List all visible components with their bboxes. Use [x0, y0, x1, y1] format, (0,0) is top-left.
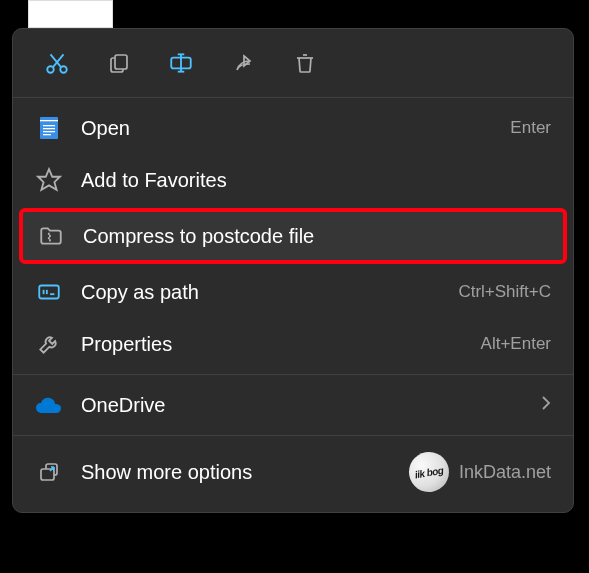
compress-menu-item[interactable]: Compress to postcode file [19, 208, 567, 264]
cut-button[interactable] [41, 47, 73, 79]
onedrive-menu-item[interactable]: OneDrive [13, 379, 573, 431]
cut-icon [44, 50, 70, 76]
file-thumbnail [28, 0, 113, 28]
svg-rect-20 [39, 286, 59, 299]
open-shortcut: Enter [510, 118, 551, 138]
divider [13, 97, 573, 98]
watermark: iik bog InkData.net [409, 452, 551, 492]
more-options-menu-item[interactable]: Show more options iik bog InkData.net [13, 440, 573, 504]
share-icon [231, 51, 255, 75]
onedrive-label: OneDrive [81, 394, 541, 417]
svg-point-0 [47, 66, 54, 73]
favorites-menu-item[interactable]: Add to Favorites [13, 154, 573, 206]
open-menu-item[interactable]: Open Enter [13, 102, 573, 154]
more-options-label: Show more options [81, 461, 409, 484]
properties-shortcut: Alt+Enter [481, 334, 551, 354]
copypath-label: Copy as path [81, 281, 458, 304]
svg-rect-14 [43, 134, 51, 135]
zip-folder-icon [37, 222, 65, 250]
copypath-icon [35, 278, 63, 306]
watermark-text: InkData.net [459, 462, 551, 483]
action-toolbar [13, 37, 573, 93]
copy-icon [107, 51, 131, 75]
copypath-menu-item[interactable]: Copy as path Ctrl+Shift+C [13, 266, 573, 318]
svg-rect-12 [43, 128, 55, 129]
svg-point-1 [60, 66, 67, 73]
rename-button[interactable] [165, 47, 197, 79]
svg-rect-11 [43, 125, 55, 126]
rename-icon [168, 50, 194, 76]
svg-marker-15 [38, 169, 60, 190]
svg-rect-4 [115, 55, 127, 69]
onedrive-icon [35, 391, 63, 419]
copypath-shortcut: Ctrl+Shift+C [458, 282, 551, 302]
watermark-badge: iik bog [406, 449, 452, 495]
svg-rect-13 [43, 131, 55, 132]
open-icon [35, 114, 63, 142]
star-icon [35, 166, 63, 194]
context-menu: Open Enter Add to Favorites Compress to … [12, 28, 574, 513]
wrench-icon [35, 330, 63, 358]
open-label: Open [81, 117, 510, 140]
copy-button[interactable] [103, 47, 135, 79]
svg-rect-10 [40, 120, 58, 121]
divider [13, 435, 573, 436]
properties-label: Properties [81, 333, 481, 356]
share-button[interactable] [227, 47, 259, 79]
favorites-label: Add to Favorites [81, 169, 551, 192]
more-options-icon [35, 458, 63, 486]
delete-icon [293, 51, 317, 75]
divider [13, 374, 573, 375]
delete-button[interactable] [289, 47, 321, 79]
svg-rect-24 [41, 469, 54, 480]
chevron-right-icon [541, 395, 551, 416]
properties-menu-item[interactable]: Properties Alt+Enter [13, 318, 573, 370]
compress-label: Compress to postcode file [83, 225, 549, 248]
